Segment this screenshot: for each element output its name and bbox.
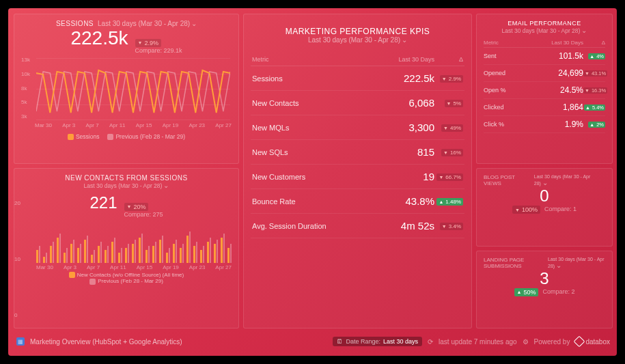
bar-current [36,250,38,263]
bar-previous [46,253,48,264]
bar-previous [169,248,171,263]
kpi-delta: 66.7% [436,173,463,181]
bar-pair [207,238,211,263]
legend-sessions[interactable]: Sessions [68,133,100,140]
kpi-metric: New MQLs [252,124,355,132]
powered-by: Powered by [534,338,570,346]
bar-current [221,238,223,263]
kpi-metric: New Contacts [252,99,355,107]
contacts-range-dropdown[interactable]: Last 30 days (Mar 30 - Apr 28) [21,182,232,189]
email-value: 24,699 [533,68,583,78]
bar-previous [230,244,232,263]
dashboard-icon[interactable]: ▦ [16,337,25,346]
bar-pair [166,248,170,263]
contacts-legend: New Contacts (w/o Offline Source) (All t… [21,272,232,278]
email-title: EMAIL PERFORMANCE [484,20,605,27]
bar-current [145,250,148,263]
contacts-y-axis: 20100 [14,200,28,318]
bar-pair [159,236,163,263]
kpi-row: Avg. Session Duration4m 52s3.4% [251,214,464,238]
contacts-delta: 20% [124,203,149,211]
bar-current [57,238,59,263]
kpi-metric: Bounce Rate [252,197,355,206]
blog-delta: 100% [512,206,540,214]
legend-contacts[interactable]: New Contacts (w/o Offline Source) (All t… [69,272,184,278]
kpi-delta: 3.4% [440,223,463,230]
bar-pair [36,246,40,263]
email-metric: Clicked [484,104,533,111]
legend-previous[interactable]: Previous (Feb 28 - Mar 29) [107,133,185,140]
email-value: 1.9% [533,120,583,129]
bar-current [77,248,79,263]
bar-previous [189,232,191,264]
bar-current [125,248,127,263]
kpis-panel: MARKETING PERFORMANCE KPIS Last 30 days … [243,14,472,328]
bar-current [193,246,195,263]
bar-previous [87,236,89,263]
contacts-panel: NEW CONTACTS FROM SESSIONS Last 30 days … [14,168,239,328]
bar-current [105,250,107,263]
bar-previous [196,242,198,263]
date-range-button[interactable]: 🗓 Date Range: Last 30 days [333,337,422,346]
bar-pair [64,248,68,263]
landing-value: 3 [484,269,605,288]
bar-pair [70,240,74,263]
landing-range-dropdown[interactable]: Last 30 days (Mar 30 - Apr 28) [548,257,605,269]
bar-previous [121,248,123,263]
contacts-x-axis: Mar 30Apr 3Apr 7Apr 11Apr 15Apr 19Apr 23… [36,264,232,270]
footer: ▦ Marketing Overview (HubSpot + Google A… [14,333,613,350]
bar-current [173,244,175,263]
email-panel: EMAIL PERFORMANCE Last 30 days (Mar 30 -… [476,14,613,164]
kpi-row: Sessions222.5k2.9% [251,66,464,91]
email-delta: 5.4% [584,104,605,111]
kpi-row: New Customers1966.7% [251,165,464,189]
bar-pair [105,246,109,263]
sessions-plot [36,58,230,120]
bar-previous [162,236,164,263]
bar-pair [227,244,232,263]
kpi-row: Bounce Rate43.8%1.48% [251,189,464,214]
kpi-metric: Avg. Session Duration [252,222,355,230]
bar-pair [111,238,115,263]
bar-current [159,240,161,263]
kpis-title: MARKETING PERFORMANCE KPIS [251,27,464,36]
bar-previous [155,242,157,263]
sessions-range-dropdown[interactable]: Last 30 days (Mar 30 - Apr 28) [98,20,197,27]
bar-pair [139,234,143,263]
email-range-dropdown[interactable]: Last 30 days (Mar 30 - Apr 28) [484,27,605,34]
bar-current [139,238,141,263]
bar-previous [53,242,55,263]
kpi-value: 4m 52s [355,220,434,232]
kpi-row: New SQLs81516% [251,140,464,165]
legend-contacts-prev[interactable]: Previous (Feb 28 - Mar 29) [89,278,163,284]
email-value: 1,864 [533,102,583,112]
email-row: Clicked1,8645.4% [484,99,605,116]
bar-previous [176,240,178,263]
bar-previous [223,234,225,263]
bar-previous [210,238,212,263]
email-body: Sent101.5k4%Opened24,69943.1%Open %24.5%… [484,48,605,133]
bar-current [111,242,113,263]
sessions-y-axis: 13k10k8k5k3k [21,57,35,120]
email-row: Open %24.5%16.3% [484,82,605,99]
kpi-row: New MQLs3,30049% [251,115,464,140]
databox-logo[interactable]: databox [575,337,610,346]
bar-pair [77,244,81,263]
bar-previous [94,250,96,263]
blog-range-dropdown[interactable]: Last 30 days (Mar 30 - Apr 28) [534,174,605,186]
dashboard-name: Marketing Overview (HubSpot + Google Ana… [30,338,182,346]
email-row: Sent101.5k4% [484,48,605,65]
bar-current [132,244,134,263]
email-metric: Open % [484,87,533,94]
bar-previous [135,240,137,263]
contacts-title: NEW CONTACTS FROM SESSIONS [21,174,232,182]
kpi-metric: New SQLs [252,148,355,156]
email-metric: Opened [484,70,533,76]
settings-icon[interactable]: ⚙ [523,338,529,346]
landing-title: LANDING PAGE SUBMISSIONS [484,257,548,269]
contacts-compare: Compare: 275 [124,211,163,218]
kpi-metric: New Customers [252,173,355,181]
kpis-range-dropdown[interactable]: Last 30 days (Mar 30 - Apr 28) [251,36,464,44]
kpi-delta: 2.9% [440,75,463,83]
refresh-icon[interactable]: ⟳ [428,338,433,346]
